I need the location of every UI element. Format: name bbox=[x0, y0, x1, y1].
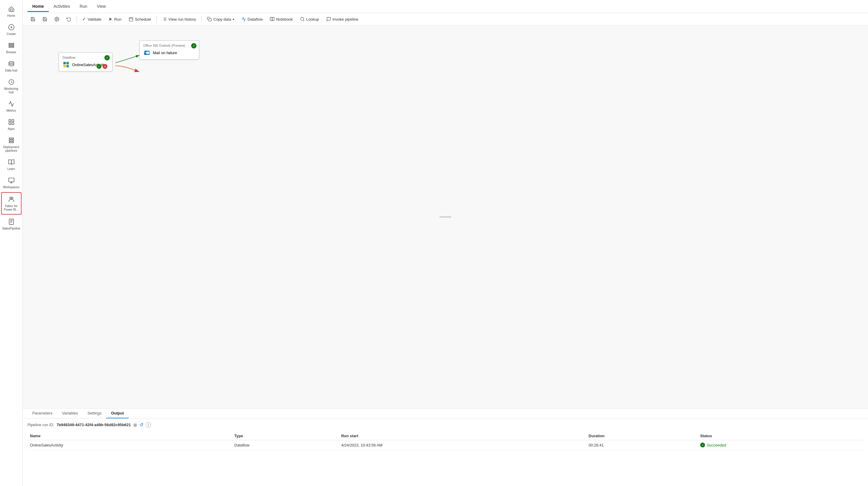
svg-point-6 bbox=[9, 62, 14, 63]
schedule-icon bbox=[129, 17, 133, 22]
sidebar-item-sales-pipeline[interactable]: SalesPipeline bbox=[1, 215, 22, 233]
invoke-pipeline-button[interactable]: Invoke pipeline bbox=[323, 15, 362, 23]
validate-label: Validate bbox=[88, 17, 101, 22]
undo-icon bbox=[66, 17, 71, 22]
status-check-icon: ✓ bbox=[700, 443, 705, 447]
sidebar-learn-label: Learn bbox=[7, 167, 15, 171]
svg-rect-13 bbox=[9, 140, 13, 141]
svg-rect-38 bbox=[209, 19, 212, 21]
settings-icon bbox=[55, 17, 59, 22]
svg-line-40 bbox=[303, 20, 304, 21]
sidebar-item-home[interactable]: Home bbox=[1, 2, 22, 20]
office365-activity-name: Mail on failure bbox=[153, 51, 177, 55]
run-button[interactable]: Run bbox=[105, 16, 124, 23]
svg-point-18 bbox=[9, 197, 11, 199]
svg-rect-5 bbox=[9, 47, 14, 48]
invoke-pipeline-icon bbox=[326, 17, 331, 22]
undo-button[interactable] bbox=[63, 15, 74, 23]
resize-handle[interactable] bbox=[439, 216, 451, 218]
invoke-pipeline-label: Invoke pipeline bbox=[333, 17, 359, 22]
sidebar-item-data-hub[interactable]: Data hub bbox=[1, 57, 22, 75]
svg-rect-3 bbox=[9, 43, 14, 44]
sidebar-salespipeline-label: SalesPipeline bbox=[2, 227, 20, 231]
copy-id-icon[interactable]: ⊞ bbox=[133, 423, 137, 427]
create-icon bbox=[7, 23, 16, 31]
copy-data-button[interactable]: Copy data ▾ bbox=[204, 15, 237, 23]
bottom-content: Pipeline run ID: 7b948349-4471-42f4-a49b… bbox=[23, 418, 868, 486]
tab-settings[interactable]: Settings bbox=[83, 408, 106, 418]
dataflow-activity-icon bbox=[63, 61, 70, 68]
pipeline-run-id-row: Pipeline run ID: 7b948349-4471-42f4-a49b… bbox=[28, 422, 863, 428]
row-run-start: 4/24/2023, 10:43:56 AM bbox=[339, 440, 586, 450]
save-button[interactable] bbox=[28, 15, 38, 23]
pipeline-canvas-area[interactable]: Dataflow OnlineSalesActivity ✓ bbox=[23, 25, 868, 408]
deployment-pipelines-icon bbox=[7, 136, 16, 145]
sidebar-item-monitoring-hub[interactable]: Monitoring hub bbox=[1, 75, 22, 97]
svg-marker-27 bbox=[110, 18, 112, 21]
sidebar-item-deployment-pipelines[interactable]: Deployment pipelines bbox=[1, 134, 22, 155]
tab-view[interactable]: View bbox=[92, 1, 111, 12]
table-row[interactable]: OnlineSalesActivity Dataflow 4/24/2023, … bbox=[28, 440, 863, 450]
lookup-button[interactable]: Lookup bbox=[297, 15, 322, 23]
tab-run[interactable]: Run bbox=[75, 1, 92, 12]
row-duration: 00:26:41 bbox=[586, 440, 698, 450]
col-status: Status bbox=[698, 432, 863, 440]
notebook-label: Notebook bbox=[276, 17, 293, 22]
tab-variables[interactable]: Variables bbox=[57, 408, 83, 418]
svg-rect-28 bbox=[129, 18, 133, 21]
notebook-icon bbox=[270, 17, 275, 22]
dataflow-button[interactable]: Dataflow bbox=[238, 15, 266, 23]
svg-rect-43 bbox=[63, 62, 66, 64]
sidebar-metrics-label: Metrics bbox=[6, 109, 16, 113]
svg-rect-8 bbox=[9, 120, 10, 121]
view-run-history-label: View run history bbox=[168, 17, 196, 22]
dataflow-node-title: Dataflow bbox=[63, 56, 108, 59]
sidebar: Home Create Browse Data hub bbox=[0, 0, 23, 486]
sidebar-home-label: Home bbox=[7, 14, 15, 18]
notebook-button[interactable]: Notebook bbox=[267, 15, 296, 23]
svg-rect-12 bbox=[9, 138, 13, 139]
view-run-history-button[interactable]: View run history bbox=[159, 15, 199, 23]
svg-rect-48 bbox=[146, 52, 149, 54]
sidebar-item-learn[interactable]: Learn bbox=[1, 156, 22, 173]
svg-rect-45 bbox=[63, 65, 66, 67]
office365-node-content: Mail on failure bbox=[143, 49, 195, 56]
office365-activity-icon bbox=[143, 49, 150, 56]
sidebar-item-metrics[interactable]: Metrics bbox=[1, 97, 22, 115]
sidebar-item-browse[interactable]: Browse bbox=[1, 39, 22, 57]
refresh-icon[interactable]: ↺ bbox=[140, 422, 143, 428]
copy-data-icon bbox=[207, 17, 212, 22]
validate-button[interactable]: ✓ Validate bbox=[79, 15, 104, 23]
tab-activities[interactable]: Activities bbox=[49, 1, 75, 12]
dataflow-label: Dataflow bbox=[248, 17, 263, 22]
settings-button[interactable] bbox=[52, 15, 62, 23]
validate-icon: ✓ bbox=[82, 17, 86, 22]
tab-output[interactable]: Output bbox=[106, 408, 129, 418]
dataflow-node[interactable]: Dataflow OnlineSalesActivity ✓ bbox=[59, 52, 113, 71]
sidebar-apps-label: Apps bbox=[8, 127, 14, 131]
dataflow-failure-connector: ✕ bbox=[102, 64, 107, 69]
save-as-button[interactable] bbox=[39, 15, 50, 23]
svg-rect-44 bbox=[66, 62, 69, 64]
data-hub-icon bbox=[7, 60, 16, 68]
sidebar-fabric-label: Fabric for Power BI... bbox=[3, 204, 20, 212]
tab-parameters[interactable]: Parameters bbox=[28, 408, 57, 418]
svg-rect-20 bbox=[9, 219, 13, 224]
sidebar-item-create[interactable]: Create bbox=[1, 21, 22, 38]
run-icon bbox=[108, 17, 113, 21]
sidebar-item-workspaces[interactable]: Workspaces bbox=[1, 174, 22, 191]
toolbar-divider-2 bbox=[156, 16, 157, 23]
info-icon[interactable]: i bbox=[146, 422, 151, 428]
sidebar-workspaces-label: Workspaces bbox=[3, 186, 20, 189]
sidebar-item-fabric-power-bi[interactable]: Fabric for Power BI... bbox=[1, 192, 22, 215]
svg-point-26 bbox=[56, 19, 57, 20]
sidebar-deployment-label: Deployment pipelines bbox=[2, 146, 20, 153]
workspaces-icon bbox=[7, 176, 16, 185]
tab-home[interactable]: Home bbox=[28, 1, 49, 12]
metrics-icon bbox=[7, 100, 16, 108]
lookup-icon bbox=[300, 17, 305, 22]
fabric-power-bi-icon bbox=[7, 195, 16, 204]
sidebar-item-apps[interactable]: Apps bbox=[1, 116, 22, 133]
office365-node[interactable]: Office 365 Outlook (Preview) Mail on fai… bbox=[140, 40, 199, 60]
schedule-button[interactable]: Schedule bbox=[126, 15, 154, 23]
